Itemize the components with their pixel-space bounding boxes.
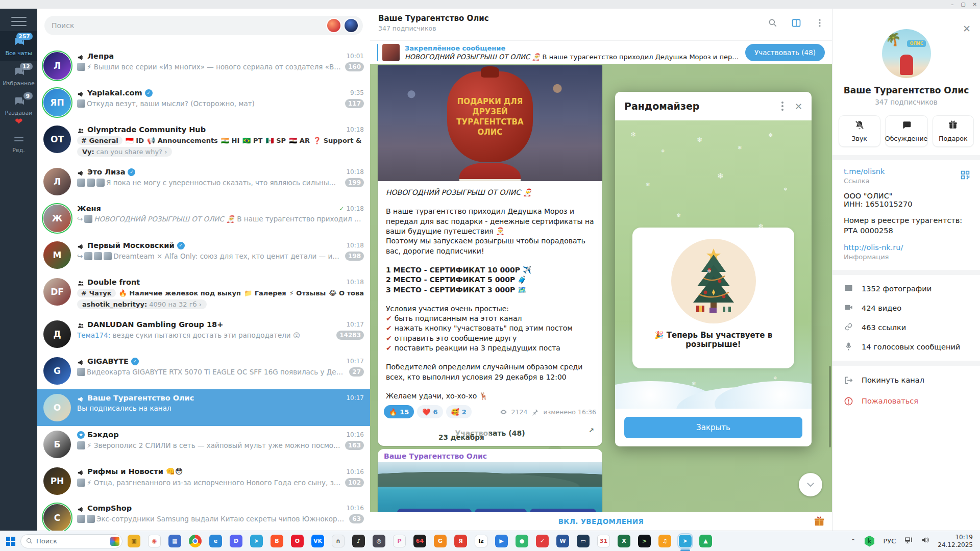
channel-link[interactable]: t.me/olisnk <box>844 167 969 176</box>
chat-row[interactable]: GGIGABYTE✓10:17Видеокарта GIGABYTE RTX 5… <box>37 353 370 389</box>
taskbar-app-file-explorer[interactable]: ▣ <box>128 535 140 547</box>
window-maximize-button[interactable]: ▢ <box>961 2 965 7</box>
chat-row[interactable]: РНРифмы и Новости 👊😳10:16⚡ Отца, разгнев… <box>37 463 370 499</box>
taskbar-app-g-app[interactable]: G <box>434 535 447 547</box>
chat-row[interactable]: ОВаше Турагентство Олис10:17Вы подписали… <box>37 389 370 426</box>
taskbar-app-word[interactable]: W <box>556 535 569 547</box>
panel-stat-row[interactable]: 1352 фотографии <box>844 279 969 298</box>
start-button[interactable] <box>4 535 17 548</box>
taskbar-app-opera[interactable]: O <box>291 535 304 547</box>
panel-action-обсуждение[interactable]: Обсуждение <box>885 115 928 147</box>
taskbar-app-telegram[interactable]: ➤ <box>250 535 263 547</box>
date-chip[interactable]: 23 декабря <box>431 431 492 443</box>
rail-item-favorites[interactable]: 12Избранное <box>0 61 37 91</box>
taskbar-app-monitor-app[interactable]: ▭ <box>577 535 590 547</box>
taskbar-app-discord[interactable]: D <box>230 535 242 547</box>
chat-search-box[interactable] <box>44 16 363 35</box>
network-tray-icon[interactable] <box>904 536 913 546</box>
taskbar-app-paint[interactable]: P <box>393 535 406 547</box>
randomizer-close-button[interactable]: Закрыть <box>624 417 802 438</box>
scroll-to-bottom-button[interactable] <box>799 473 822 496</box>
topic-last-message[interactable]: ashotik_nebrityy: 4090 на 32 гб › <box>77 299 207 309</box>
pinned-message-bar[interactable]: Закреплённое сообщение НОВОГОДНИЙ РОЗЫГР… <box>370 40 832 64</box>
chat-row[interactable]: ДDANLUDAN Gambling Group 18+10:17Тема174… <box>37 316 370 353</box>
taskbar-clock[interactable]: 10:19 24.12.2025 <box>938 534 973 549</box>
window-close-button[interactable]: ✕ <box>973 2 977 7</box>
kebab-menu-icon[interactable] <box>815 18 825 30</box>
taskbar-app-headphones[interactable]: ∩ <box>332 535 345 547</box>
taskbar-app-music[interactable]: ♫ <box>658 535 671 547</box>
leave-channel-button[interactable]: Покинуть канал <box>844 370 969 391</box>
topic-chips-line[interactable]: # Чатук🔥 Наличие железок под выкуп📁 Гале… <box>77 288 364 297</box>
panel-action-звук[interactable]: Звук <box>839 115 880 147</box>
taskbar-app-yandex[interactable]: Я <box>454 535 467 547</box>
kaspersky-tray-icon[interactable]: k <box>864 536 875 547</box>
hamburger-menu-icon[interactable] <box>11 17 27 26</box>
panel-stat-row[interactable]: 14 голосовых сообщений <box>844 337 969 357</box>
split-view-icon[interactable] <box>791 18 801 30</box>
taskbar-app-iz-app[interactable]: Iz <box>475 535 487 547</box>
post-photo-santa[interactable]: ПОДАРКИ ДЛЯ ДРУЗЕЙ ТУРАГЕНТСТВА ОЛИС <box>378 65 602 181</box>
notifications-toggle-bar[interactable]: ВКЛ. УВЕДОМЛЕНИЯ <box>370 512 832 531</box>
taskbar-app-checker[interactable]: ✓ <box>536 535 549 547</box>
taskbar-app-vk[interactable]: VK <box>311 535 324 547</box>
taskbar-app-terminal[interactable]: > <box>638 535 651 547</box>
panel-close-icon[interactable]: ✕ <box>963 23 971 34</box>
language-indicator[interactable]: РУС <box>883 537 896 545</box>
taskbar-app-tv-app[interactable]: ▶ <box>495 535 508 547</box>
reaction-pill[interactable]: ❤️6 <box>417 405 443 418</box>
tray-chevron-icon[interactable]: ⌃ <box>850 538 855 545</box>
taskbar-app-save-app[interactable]: ▦ <box>168 535 181 547</box>
taskbar-app-chrome[interactable] <box>189 535 202 547</box>
qr-code-icon[interactable] <box>960 169 971 183</box>
chat-row[interactable]: Б★Бэкдор10:16⚡ Зверополис 2 СЛИЛИ в сеть… <box>37 426 370 463</box>
chat-row[interactable]: ЛЭто Лиза✓10:18Я пока не могу с уверенно… <box>37 163 370 200</box>
window-minimize-button[interactable]: – <box>951 2 953 7</box>
chat-row[interactable]: МПервый Московский✓10:18↪Dreamteam × Alf… <box>37 237 370 273</box>
taskbar-app-excel[interactable]: X <box>618 535 630 547</box>
volume-tray-icon[interactable] <box>921 536 929 546</box>
chat-row[interactable]: DFDouble front10:18# Чатук🔥 Наличие желе… <box>37 273 370 316</box>
search-icon[interactable] <box>768 18 778 30</box>
chat-row[interactable]: ЛЛепра10:01⚡ Вышли все серии «Из многих»… <box>37 47 370 84</box>
topic-chips-line[interactable]: # General🇮🇩 ID📢 Announcements🇮🇳 HI🇧🇷 PT🇲… <box>77 136 364 145</box>
channel-site-link[interactable]: http://olis-nk.ru/ <box>844 243 969 252</box>
taskbar-search[interactable]: Поиск <box>20 534 122 548</box>
pinned-participate-button[interactable]: Участвовать (48) <box>745 44 825 61</box>
panel-stat-row[interactable]: 424 видео <box>844 298 969 318</box>
rail-item-edit[interactable]: Ред. <box>0 130 37 158</box>
chat-row[interactable]: ЯПYaplakal.com✓9:35Откуда везут, ваши мы… <box>37 84 370 121</box>
taskbar-app-sound[interactable]: ♪ <box>352 535 365 547</box>
panel-stat-row[interactable]: 463 ссылки <box>844 318 969 337</box>
taskbar-app-calendar[interactable]: 31 <box>597 535 610 547</box>
gift-icon[interactable] <box>814 516 825 529</box>
chat-row[interactable]: CCompShop10:16Экс-сотрудники Samsung выд… <box>37 499 370 531</box>
taskbar-app-telegram-active[interactable]: ➤ <box>679 535 692 547</box>
reaction-pill[interactable]: 🥰2 <box>446 405 472 418</box>
taskbar-app-sixty-four[interactable]: 64 <box>413 535 426 547</box>
taskbar-app-obs[interactable]: ◎ <box>373 535 385 547</box>
chat-scrollbar[interactable] <box>829 366 831 447</box>
rail-item-all-chats[interactable]: 257Все чаты <box>0 31 37 61</box>
share-arrow-icon[interactable]: ↗ <box>589 427 594 434</box>
taskbar-app-photos[interactable]: ◉ <box>148 535 161 547</box>
rail-item-giveaway[interactable]: 9Раздавай❤ <box>0 91 37 130</box>
channel-author-name[interactable]: Ваше Турагентство Олис <box>378 449 602 462</box>
taskbar-app-green-app[interactable]: ● <box>516 535 528 547</box>
channel-avatar[interactable]: 🌴ОЛИС <box>882 29 931 78</box>
randomizer-kebab-icon[interactable] <box>781 102 783 111</box>
chat-row[interactable]: OTOlymptrade Community Hub10:18# General… <box>37 121 370 163</box>
chat-row[interactable]: ЖЖеня✓ 10:18↪НОВОГОДНИЙ РОЗЫГРЫШ ОТ ОЛИС… <box>37 200 370 237</box>
taskbar-app-brave[interactable]: B <box>271 535 283 547</box>
folder-chip-2[interactable] <box>344 18 359 33</box>
taskbar-app-edge[interactable]: e <box>209 535 222 547</box>
snowflake-icon: ❄ <box>732 355 738 363</box>
taskbar-app-chart-app[interactable]: ▲ <box>699 535 712 547</box>
topic-last-message[interactable]: Vy: can you share why? › <box>77 147 172 157</box>
chat-search-input[interactable] <box>52 21 264 30</box>
randomizer-close-icon[interactable]: ✕ <box>795 101 802 112</box>
reaction-pill[interactable]: 🔥15 <box>384 405 414 418</box>
report-button[interactable]: Пожаловаться <box>844 391 969 412</box>
panel-action-подарок[interactable]: Подарок <box>933 115 974 147</box>
folder-chip-1[interactable] <box>326 18 341 33</box>
